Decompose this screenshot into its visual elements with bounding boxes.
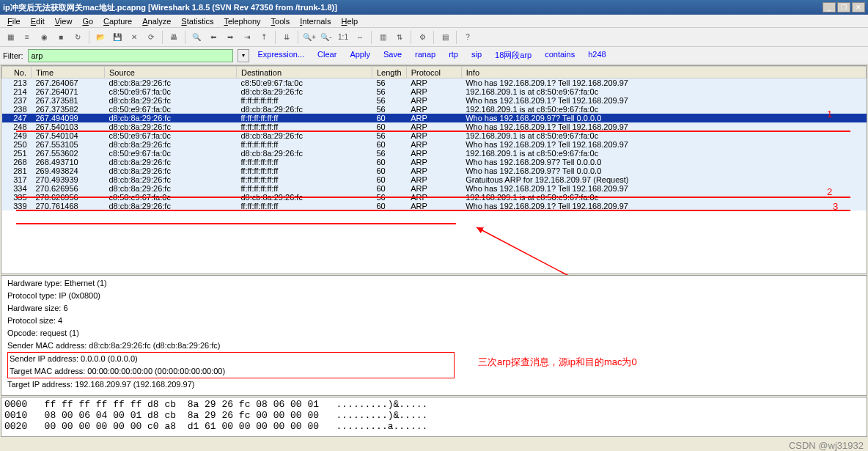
detail-line[interactable]: Protocol size: 4: [7, 315, 861, 327]
menu-file[interactable]: File: [3, 16, 25, 26]
detail-line[interactable]: Protocol type: IP (0x0800): [7, 290, 861, 302]
menu-statistics[interactable]: Statistics: [177, 16, 218, 26]
nic-icon[interactable]: ▦: [3, 30, 18, 45]
filter-btn-rtp[interactable]: rtp: [449, 50, 458, 61]
packet-row[interactable]: 237 267.373581 d8:cb:8a:29:26:fc ff:ff:f…: [2, 96, 867, 105]
back-icon[interactable]: ⬅: [206, 30, 221, 45]
col-length[interactable]: Length: [372, 67, 407, 78]
packet-row[interactable]: 317 270.493939 d8:cb:8a:29:26:fc ff:ff:f…: [2, 175, 867, 184]
filter-dropdown[interactable]: ▾: [238, 49, 249, 62]
detail-line[interactable]: Hardware size: 6: [7, 302, 861, 315]
packet-bytes-pane[interactable]: 0000 ff ff ff ff ff ff d8 cb 8a 29 26 fc…: [1, 397, 867, 437]
auto-icon[interactable]: ⇊: [279, 30, 294, 45]
filter-btn-save[interactable]: Save: [383, 50, 402, 61]
filter-toolbar: Filter: ▾ Expression...ClearApplySaveran…: [0, 47, 868, 65]
menu-view[interactable]: View: [51, 16, 77, 26]
menu-help[interactable]: Help: [336, 16, 362, 26]
menu-bar: FileEditViewGoCaptureAnalyzeStatisticsTe…: [0, 15, 868, 28]
packet-row[interactable]: 249 267.540104 c8:50:e9:67:fa:0c d8:cb:8…: [2, 131, 867, 140]
gotop-icon[interactable]: ⤒: [257, 30, 271, 45]
packet-row[interactable]: 281 269.493824 d8:cb:8a:29:26:fc ff:ff:f…: [2, 166, 867, 175]
packet-row[interactable]: 247 267.494099 d8:cb:8a:29:26:fc ff:ff:f…: [2, 114, 867, 122]
minimize-button[interactable]: _: [823, 2, 836, 12]
menu-go[interactable]: Go: [78, 16, 98, 26]
cols-icon[interactable]: ▥: [375, 30, 390, 45]
main-toolbar: ▦≡◉■↻📂💾✕⟳🖶🔍⬅➡⇥⤒⇊🔍+🔍-1:1↔▥⇅⚙▤?: [0, 28, 868, 47]
stop-icon[interactable]: ■: [54, 30, 68, 45]
fwd-icon[interactable]: ➡: [223, 30, 238, 45]
packet-row[interactable]: 248 267.540103 d8:cb:8a:29:26:fc ff:ff:f…: [2, 122, 867, 131]
filter2-icon[interactable]: ▤: [438, 30, 452, 45]
reload-icon[interactable]: ⟳: [144, 30, 158, 45]
close-icon[interactable]: ✕: [127, 30, 141, 45]
filter-btn-clear[interactable]: Clear: [317, 50, 336, 61]
zoomout-icon[interactable]: 🔍-: [319, 30, 334, 45]
open-icon[interactable]: 📂: [93, 30, 108, 45]
filter-btn-expression-[interactable]: Expression...: [258, 50, 305, 61]
filter-input[interactable]: [28, 49, 233, 62]
resize-icon[interactable]: ↔: [353, 30, 367, 45]
col-time[interactable]: Time: [32, 67, 105, 78]
menu-analyze[interactable]: Analyze: [138, 16, 175, 26]
filter-btn-sip[interactable]: sip: [471, 50, 482, 61]
filter-btn-ranap[interactable]: ranap: [415, 50, 435, 61]
packet-row[interactable]: 214 267.264071 c8:50:e9:67:fa:0c d8:cb:8…: [2, 87, 867, 96]
watermark: CSDN @wj31932: [789, 440, 864, 451]
title-bar: ip冲突后无法获取网关mac地址.pcapng [Wireshark 1.8.5…: [0, 0, 868, 15]
col-destination[interactable]: Destination: [237, 67, 372, 78]
zoom1-icon[interactable]: 1:1: [336, 30, 350, 45]
menu-telephony[interactable]: Telephony: [219, 16, 265, 26]
filter-label: Filter:: [3, 51, 23, 60]
packet-list-pane[interactable]: No. Time Source Destination Length Proto…: [1, 65, 867, 274]
packet-row[interactable]: 251 267.553602 c8:50:e9:67:fa:0c d8:cb:8…: [2, 149, 867, 158]
menu-tools[interactable]: Tools: [267, 16, 295, 26]
print-icon[interactable]: 🖶: [166, 30, 181, 45]
detail-line[interactable]: Hardware type: Ethernet (1): [7, 277, 861, 290]
opts-icon[interactable]: ⚙: [415, 30, 430, 45]
detail-line[interactable]: Sender IP address: 0.0.0.0 (0.0.0.0): [7, 352, 861, 365]
menu-internals[interactable]: Internals: [295, 16, 335, 26]
col-source[interactable]: Source: [105, 67, 237, 78]
packet-row[interactable]: 238 267.373582 c8:50:e9:67:fa:0c d8:cb:8…: [2, 105, 867, 114]
window-title: ip冲突后无法获取网关mac地址.pcapng [Wireshark 1.8.5…: [3, 2, 821, 13]
col-no[interactable]: No.: [2, 67, 32, 78]
col-protocol[interactable]: Protocol: [406, 67, 461, 78]
packet-details-pane[interactable]: Hardware type: Ethernet (1) Protocol typ…: [1, 275, 867, 396]
packet-row[interactable]: 339 270.761468 d8:cb:8a:29:26:fc ff:ff:f…: [2, 202, 867, 210]
detail-line[interactable]: Sender MAC address: d8:cb:8a:29:26:fc (d…: [7, 340, 861, 352]
filter-btn-apply[interactable]: Apply: [350, 50, 370, 61]
zoomin-icon[interactable]: 🔍+: [302, 30, 317, 45]
goto-icon[interactable]: ⇥: [240, 30, 254, 45]
col-info[interactable]: Info: [461, 67, 866, 78]
scroll-icon[interactable]: ⇅: [392, 30, 407, 45]
menu-edit[interactable]: Edit: [26, 16, 49, 26]
packet-row[interactable]: 268 268.493710 d8:cb:8a:29:26:fc ff:ff:f…: [2, 158, 867, 166]
list-icon[interactable]: ≡: [20, 30, 34, 45]
filter-btn-contains[interactable]: contains: [545, 50, 575, 61]
close-button[interactable]: ✕: [852, 2, 865, 12]
packet-list-header[interactable]: No. Time Source Destination Length Proto…: [2, 67, 867, 78]
filter-btn-h248[interactable]: h248: [588, 50, 606, 61]
menu-capture[interactable]: Capture: [99, 16, 136, 26]
save-icon[interactable]: 💾: [110, 30, 125, 45]
packet-row[interactable]: 335 270.626956 c8:50:e9:67:fa:0c d8:cb:8…: [2, 193, 867, 202]
packet-row[interactable]: 334 270.626956 d8:cb:8a:29:26:fc ff:ff:f…: [2, 184, 867, 193]
maximize-button[interactable]: ❐: [837, 2, 850, 12]
help-icon[interactable]: ?: [460, 30, 475, 45]
cap-icon[interactable]: ◉: [37, 30, 51, 45]
detail-line[interactable]: Opcode: request (1): [7, 327, 861, 340]
filter-btn-18-arp[interactable]: 18网段arp: [495, 50, 532, 61]
detail-line[interactable]: Target IP address: 192.168.209.97 (192.1…: [7, 378, 861, 391]
packet-row[interactable]: 250 267.553105 d8:cb:8a:29:26:fc ff:ff:f…: [2, 140, 867, 149]
detail-line[interactable]: Target MAC address: 00:00:00:00:00:00 (0…: [7, 365, 861, 378]
packet-row[interactable]: 213 267.264067 d8:cb:8a:29:26:fc c8:50:e…: [2, 78, 867, 88]
find-icon[interactable]: 🔍: [189, 30, 204, 45]
restart-icon[interactable]: ↻: [70, 30, 85, 45]
